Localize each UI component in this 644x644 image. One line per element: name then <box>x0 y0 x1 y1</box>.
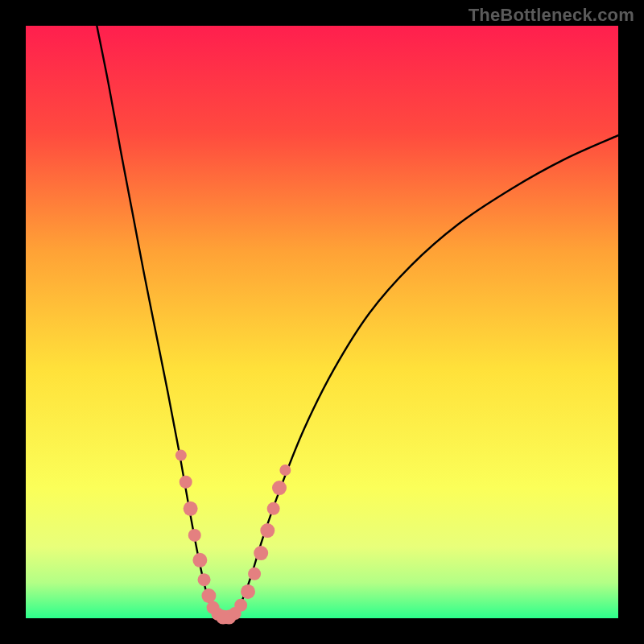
chart-svg <box>26 26 618 618</box>
highlight-dot <box>241 584 255 599</box>
highlight-dot <box>272 481 287 495</box>
highlight-dot <box>254 546 268 560</box>
highlight-dot <box>192 553 207 568</box>
highlight-dot <box>201 588 216 603</box>
highlight-dot <box>184 502 198 516</box>
highlight-dot <box>248 568 261 580</box>
curve-right-branch <box>233 135 618 615</box>
highlight-dot <box>234 599 247 612</box>
highlight-dot <box>175 450 187 461</box>
curve-left-branch <box>97 26 215 615</box>
watermark-text: TheBottleneck.com <box>469 5 634 26</box>
highlight-dot <box>198 573 211 586</box>
plot-area <box>26 26 618 618</box>
highlight-dot <box>260 523 275 538</box>
highlight-dot <box>180 476 192 489</box>
outer-frame: TheBottleneck.com <box>0 0 644 644</box>
highlight-dot <box>267 502 280 515</box>
highlight-dot <box>188 529 201 542</box>
highlight-dot <box>279 464 291 476</box>
